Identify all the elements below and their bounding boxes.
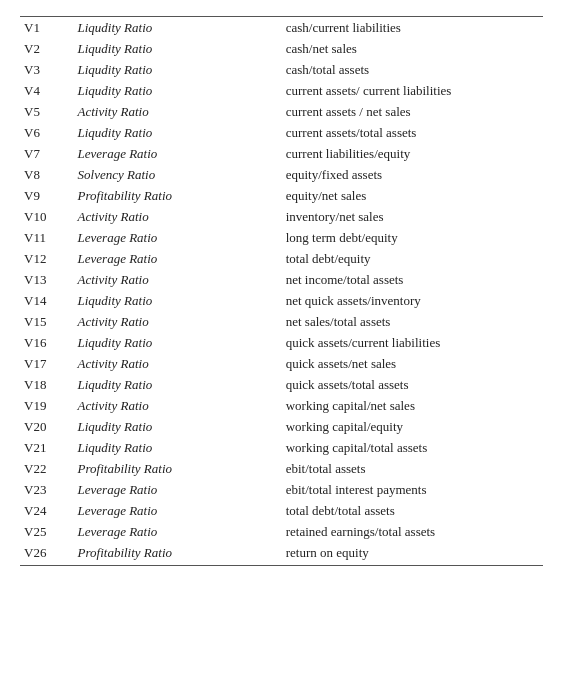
ratio-type: Liqudity Ratio	[74, 38, 282, 59]
variable-id: V1	[20, 17, 74, 39]
variable-id: V2	[20, 38, 74, 59]
table-row: V22Profitability Ratioebit/total assets	[20, 458, 543, 479]
table-row: V3Liqudity Ratiocash/total assets	[20, 59, 543, 80]
ratio-type: Profitability Ratio	[74, 185, 282, 206]
formula: ebit/total interest payments	[282, 479, 543, 500]
table-row: V9Profitability Ratioequity/net sales	[20, 185, 543, 206]
formula: working capital/net sales	[282, 395, 543, 416]
variable-id: V21	[20, 437, 74, 458]
formula: total debt/total assets	[282, 500, 543, 521]
table-row: V8Solvency Ratioequity/fixed assets	[20, 164, 543, 185]
ratio-type: Liqudity Ratio	[74, 122, 282, 143]
table-row: V25Leverage Ratioretained earnings/total…	[20, 521, 543, 542]
variable-id: V22	[20, 458, 74, 479]
ratio-type: Profitability Ratio	[74, 458, 282, 479]
variable-id: V7	[20, 143, 74, 164]
ratio-type: Activity Ratio	[74, 395, 282, 416]
ratio-type: Leverage Ratio	[74, 227, 282, 248]
table-row: V26Profitability Ratioreturn on equity	[20, 542, 543, 565]
main-container: V1Liqudity Ratiocash/current liabilities…	[0, 0, 563, 582]
formula: return on equity	[282, 542, 543, 565]
variable-id: V26	[20, 542, 74, 565]
formula: long term debt/equity	[282, 227, 543, 248]
variable-id: V12	[20, 248, 74, 269]
formula: working capital/equity	[282, 416, 543, 437]
variable-id: V6	[20, 122, 74, 143]
formula: cash/net sales	[282, 38, 543, 59]
table-row: V24Leverage Ratiototal debt/total assets	[20, 500, 543, 521]
table-row: V21Liqudity Ratioworking capital/total a…	[20, 437, 543, 458]
ratio-type: Activity Ratio	[74, 353, 282, 374]
formula: net sales/total assets	[282, 311, 543, 332]
ratio-type: Liqudity Ratio	[74, 80, 282, 101]
ratio-type: Liqudity Ratio	[74, 17, 282, 39]
table-row: V5Activity Ratiocurrent assets / net sal…	[20, 101, 543, 122]
ratio-type: Liqudity Ratio	[74, 374, 282, 395]
variable-id: V17	[20, 353, 74, 374]
variable-id: V8	[20, 164, 74, 185]
ratio-type: Profitability Ratio	[74, 542, 282, 565]
formula: current liabilities/equity	[282, 143, 543, 164]
formula: equity/fixed assets	[282, 164, 543, 185]
formula: current assets/total assets	[282, 122, 543, 143]
table-row: V4Liqudity Ratiocurrent assets/ current …	[20, 80, 543, 101]
formula: net quick assets/inventory	[282, 290, 543, 311]
ratio-type: Leverage Ratio	[74, 143, 282, 164]
ratio-type: Activity Ratio	[74, 101, 282, 122]
formula: total debt/equity	[282, 248, 543, 269]
ratio-type: Liqudity Ratio	[74, 437, 282, 458]
formula: cash/current liabilities	[282, 17, 543, 39]
table-row: V1Liqudity Ratiocash/current liabilities	[20, 17, 543, 39]
variable-id: V13	[20, 269, 74, 290]
variable-id: V16	[20, 332, 74, 353]
formula: equity/net sales	[282, 185, 543, 206]
table-row: V20Liqudity Ratioworking capital/equity	[20, 416, 543, 437]
table-row: V13Activity Rationet income/total assets	[20, 269, 543, 290]
ratio-type: Liqudity Ratio	[74, 290, 282, 311]
variable-id: V10	[20, 206, 74, 227]
formula: ebit/total assets	[282, 458, 543, 479]
table-row: V11Leverage Ratiolong term debt/equity	[20, 227, 543, 248]
ratio-type: Leverage Ratio	[74, 500, 282, 521]
variable-id: V23	[20, 479, 74, 500]
ratio-type: Leverage Ratio	[74, 521, 282, 542]
ratio-type: Activity Ratio	[74, 269, 282, 290]
formula: retained earnings/total assets	[282, 521, 543, 542]
formula: current assets/ current liabilities	[282, 80, 543, 101]
table-row: V6Liqudity Ratiocurrent assets/total ass…	[20, 122, 543, 143]
table-row: V19Activity Ratioworking capital/net sal…	[20, 395, 543, 416]
ratio-type: Liqudity Ratio	[74, 416, 282, 437]
table-row: V10Activity Ratioinventory/net sales	[20, 206, 543, 227]
ratio-table: V1Liqudity Ratiocash/current liabilities…	[20, 16, 543, 566]
variable-id: V5	[20, 101, 74, 122]
table-row: V12Leverage Ratiototal debt/equity	[20, 248, 543, 269]
variable-id: V18	[20, 374, 74, 395]
formula: current assets / net sales	[282, 101, 543, 122]
variable-id: V9	[20, 185, 74, 206]
table-row: V18Liqudity Ratioquick assets/total asse…	[20, 374, 543, 395]
ratio-type: Activity Ratio	[74, 311, 282, 332]
table-row: V14Liqudity Rationet quick assets/invent…	[20, 290, 543, 311]
table-row: V2Liqudity Ratiocash/net sales	[20, 38, 543, 59]
variable-id: V11	[20, 227, 74, 248]
ratio-type: Liqudity Ratio	[74, 332, 282, 353]
variable-id: V4	[20, 80, 74, 101]
variable-id: V3	[20, 59, 74, 80]
formula: quick assets/current liabilities	[282, 332, 543, 353]
ratio-type: Leverage Ratio	[74, 248, 282, 269]
variable-id: V20	[20, 416, 74, 437]
formula: quick assets/total assets	[282, 374, 543, 395]
table-row: V17Activity Ratioquick assets/net sales	[20, 353, 543, 374]
formula: inventory/net sales	[282, 206, 543, 227]
variable-id: V14	[20, 290, 74, 311]
table-row: V15Activity Rationet sales/total assets	[20, 311, 543, 332]
table-row: V7Leverage Ratiocurrent liabilities/equi…	[20, 143, 543, 164]
variable-id: V25	[20, 521, 74, 542]
formula: working capital/total assets	[282, 437, 543, 458]
ratio-type: Leverage Ratio	[74, 479, 282, 500]
table-row: V23Leverage Ratioebit/total interest pay…	[20, 479, 543, 500]
formula: quick assets/net sales	[282, 353, 543, 374]
ratio-type: Activity Ratio	[74, 206, 282, 227]
ratio-type: Liqudity Ratio	[74, 59, 282, 80]
ratio-type: Solvency Ratio	[74, 164, 282, 185]
